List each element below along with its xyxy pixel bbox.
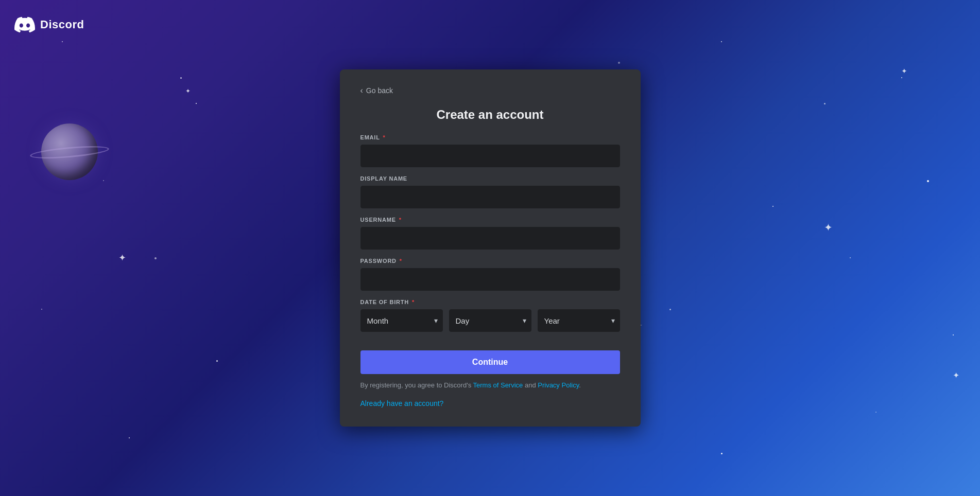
privacy-policy-link[interactable]: Privacy Policy: [538, 381, 579, 389]
page-title: Create an account: [360, 108, 620, 122]
email-label: EMAIL *: [360, 134, 620, 140]
display-name-field[interactable]: [360, 186, 620, 208]
year-select[interactable]: Year 20242023 20102000 19901980 19701960: [538, 309, 620, 332]
display-name-label: DISPLAY NAME: [360, 175, 620, 182]
dob-label: DATE OF BIRTH *: [360, 299, 620, 305]
email-field[interactable]: [360, 145, 620, 167]
display-name-group: DISPLAY NAME: [360, 175, 620, 208]
modal: ‹ Go back Create an account EMAIL * DISP…: [340, 69, 641, 427]
terms-of-service-link[interactable]: Terms of Service: [473, 381, 523, 389]
dob-required-star: *: [410, 299, 415, 305]
dob-row: Month January February March April May J…: [360, 309, 620, 332]
year-wrapper: Year 20242023 20102000 19901980 19701960…: [538, 309, 620, 332]
terms-text: By registering, you agree to Discord's T…: [360, 380, 620, 391]
username-label: USERNAME *: [360, 217, 620, 223]
username-field[interactable]: [360, 227, 620, 250]
dob-group: DATE OF BIRTH * Month January February M…: [360, 299, 620, 332]
password-required-star: *: [398, 258, 402, 264]
day-wrapper: Day 123 456 789 101112 131415 161718 192…: [449, 309, 531, 332]
month-wrapper: Month January February March April May J…: [360, 309, 443, 332]
password-label: PASSWORD *: [360, 258, 620, 264]
chevron-left-icon: ‹: [360, 86, 363, 95]
password-group: PASSWORD *: [360, 258, 620, 291]
username-required-star: *: [397, 217, 402, 223]
modal-overlay: ‹ Go back Create an account EMAIL * DISP…: [0, 0, 980, 496]
email-group: EMAIL *: [360, 134, 620, 167]
password-field[interactable]: [360, 268, 620, 291]
continue-button[interactable]: Continue: [360, 350, 620, 374]
username-group: USERNAME *: [360, 217, 620, 250]
day-select[interactable]: Day 123 456 789 101112 131415 161718 192…: [449, 309, 531, 332]
month-select[interactable]: Month January February March April May J…: [360, 309, 443, 332]
go-back-label: Go back: [366, 86, 393, 95]
email-required-star: *: [381, 134, 386, 140]
go-back-button[interactable]: ‹ Go back: [360, 86, 393, 95]
login-link[interactable]: Already have an account?: [360, 399, 444, 408]
